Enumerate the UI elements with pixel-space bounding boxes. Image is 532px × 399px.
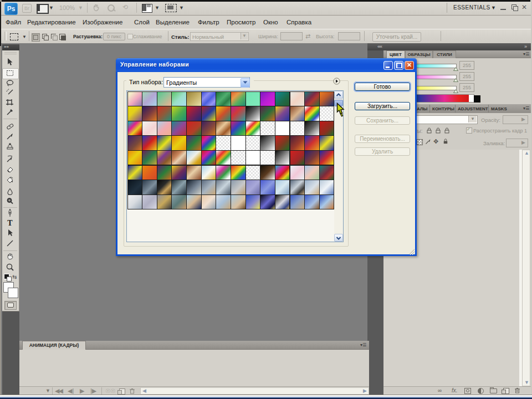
svg-text:T: T [7, 219, 13, 227]
